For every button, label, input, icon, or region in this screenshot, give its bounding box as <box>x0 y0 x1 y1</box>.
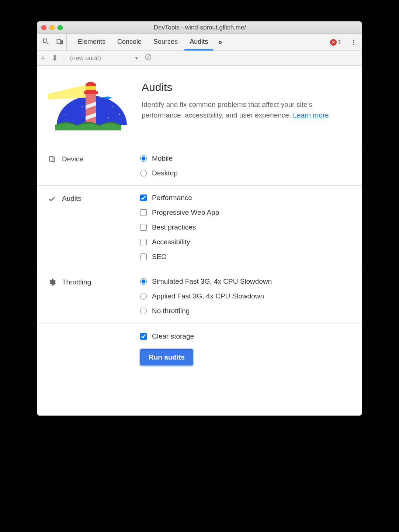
checkbox-accessibility[interactable] <box>140 239 147 245</box>
learn-more-link[interactable]: Learn more <box>293 111 329 119</box>
section-device: Device Mobile Desktop <box>37 146 362 185</box>
hero-text: Audits Identify and fix common problems … <box>142 77 353 134</box>
devtools-window: DevTools - wind-sprout.glitch.me/ Elemen… <box>37 21 362 416</box>
option-label: SEO <box>152 253 167 261</box>
checkbox-pwa[interactable] <box>140 209 147 216</box>
svg-point-2 <box>353 43 354 45</box>
tab-label: Console <box>117 38 142 46</box>
hero-description: Identify and fix common problems that af… <box>142 99 353 120</box>
check-icon <box>48 195 56 203</box>
inspect-icon[interactable] <box>42 38 50 47</box>
device-option-mobile[interactable]: Mobile <box>140 154 353 162</box>
checkbox-clear-storage[interactable] <box>140 333 147 340</box>
run-audits-button[interactable]: Run audits <box>140 349 193 365</box>
radio-simulated[interactable] <box>140 278 147 285</box>
svg-rect-16 <box>84 91 98 94</box>
audits-toolbar: + ⬇ (new audit) ▼ <box>37 51 362 66</box>
audit-option-performance[interactable]: Performance <box>140 194 353 202</box>
device-option-desktop[interactable]: Desktop <box>140 169 353 177</box>
mac-titlebar: DevTools - wind-sprout.glitch.me/ <box>37 21 362 34</box>
audit-option-pwa[interactable]: Progressive Web App <box>140 209 353 217</box>
svg-point-7 <box>82 106 83 107</box>
svg-point-11 <box>66 114 67 115</box>
error-count: 1 <box>338 39 341 46</box>
section-label-audits: Audits <box>48 194 140 261</box>
section-label-throttling: Throttling <box>48 277 140 315</box>
svg-rect-15 <box>86 86 96 90</box>
audits-options: Performance Progressive Web App Best pra… <box>140 194 353 261</box>
section-title: Audits <box>62 195 81 203</box>
throttling-options: Simulated Fast 3G, 4x CPU Slowdown Appli… <box>140 277 353 315</box>
audit-option-accessibility[interactable]: Accessibility <box>140 238 353 246</box>
device-options: Mobile Desktop <box>140 154 353 177</box>
option-label: Desktop <box>152 169 178 177</box>
radio-desktop[interactable] <box>140 170 147 176</box>
download-button[interactable]: ⬇ <box>51 53 58 63</box>
hero: Audits Identify and fix common problems … <box>37 66 362 146</box>
chevron-right-icon: » <box>218 38 222 46</box>
option-label: Applied Fast 3G, 4x CPU Slowdown <box>152 292 264 300</box>
audit-option-seo[interactable]: SEO <box>140 253 353 261</box>
radio-applied[interactable] <box>140 293 147 300</box>
footer-actions: Clear storage Run audits <box>37 323 362 374</box>
tab-label: Elements <box>78 38 105 46</box>
tab-sources[interactable]: Sources <box>148 34 183 50</box>
tab-console[interactable]: Console <box>112 34 147 50</box>
clear-button[interactable] <box>145 53 152 63</box>
device-icon <box>48 155 56 163</box>
panel-tabs: Elements Console Sources Audits » <box>67 34 226 50</box>
option-label: Progressive Web App <box>152 209 219 217</box>
svg-marker-13 <box>48 85 86 99</box>
radio-mobile[interactable] <box>140 155 147 162</box>
gear-icon <box>48 278 56 286</box>
tab-audits[interactable]: Audits <box>184 34 213 50</box>
separator <box>64 54 64 63</box>
audit-select-dropdown[interactable]: (new audit) ▼ <box>70 55 139 62</box>
section-throttling: Throttling Simulated Fast 3G, 4x CPU Slo… <box>37 269 362 323</box>
error-icon: ✕ <box>330 39 337 46</box>
svg-point-9 <box>112 106 113 108</box>
svg-line-4 <box>146 55 150 59</box>
section-title: Throttling <box>62 278 91 286</box>
svg-point-1 <box>353 42 354 43</box>
lighthouse-illustration <box>46 77 131 134</box>
throttle-option-none[interactable]: No throttling <box>140 307 353 315</box>
option-label: Clear storage <box>152 332 194 340</box>
svg-point-5 <box>67 103 69 104</box>
checkbox-performance[interactable] <box>140 195 147 201</box>
audit-option-bestpractices[interactable]: Best practices <box>140 223 353 231</box>
section-audits: Audits Performance Progressive Web App B… <box>37 185 362 269</box>
option-label: Best practices <box>152 223 196 231</box>
radio-none[interactable] <box>140 308 147 314</box>
tabs-overflow-button[interactable]: » <box>215 34 226 50</box>
tab-label: Audits <box>190 38 208 46</box>
checkbox-bestpractices[interactable] <box>140 224 147 231</box>
section-label-device: Device <box>48 154 140 177</box>
throttle-option-applied[interactable]: Applied Fast 3G, 4x CPU Slowdown <box>140 292 353 300</box>
svg-point-0 <box>353 40 354 41</box>
window-title: DevTools - wind-sprout.glitch.me/ <box>42 24 358 31</box>
settings-menu-button[interactable] <box>345 34 362 50</box>
checkbox-seo[interactable] <box>140 253 147 260</box>
option-label: Mobile <box>152 154 173 162</box>
svg-point-8 <box>101 97 102 98</box>
svg-point-12 <box>108 118 109 118</box>
tab-label: Sources <box>153 38 178 46</box>
device-toggle-icon[interactable] <box>55 38 63 47</box>
dropdown-label: (new audit) <box>70 55 101 62</box>
clear-storage-option[interactable]: Clear storage <box>140 332 353 340</box>
section-title: Device <box>62 155 83 163</box>
chevron-down-icon: ▼ <box>134 56 139 61</box>
tabs-bar: Elements Console Sources Audits » ✕ 1 <box>37 34 362 51</box>
new-audit-button[interactable]: + <box>41 53 45 63</box>
page-title: Audits <box>142 81 353 94</box>
option-label: No throttling <box>152 307 190 315</box>
svg-point-10 <box>119 114 120 115</box>
error-counter[interactable]: ✕ 1 <box>326 34 345 50</box>
hero-desc-text: Identify and fix common problems that af… <box>142 101 312 119</box>
tab-elements[interactable]: Elements <box>73 34 111 50</box>
option-label: Simulated Fast 3G, 4x CPU Slowdown <box>152 277 272 286</box>
option-label: Accessibility <box>152 238 190 246</box>
throttle-option-simulated[interactable]: Simulated Fast 3G, 4x CPU Slowdown <box>140 277 353 286</box>
option-label: Performance <box>152 194 192 202</box>
